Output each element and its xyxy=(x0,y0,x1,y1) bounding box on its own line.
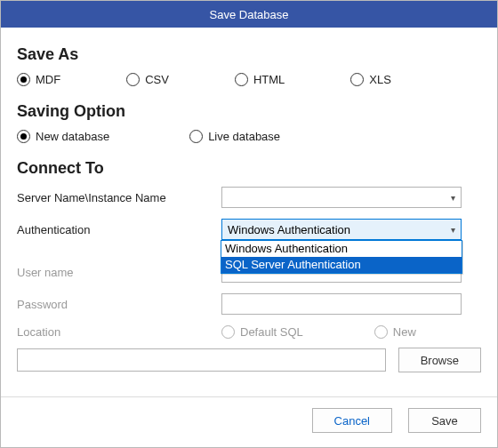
password-input[interactable] xyxy=(221,293,462,315)
radio-location-default[interactable]: Default SQL xyxy=(221,325,303,339)
save-database-dialog: Save Database Save As MDF CSV HTML XLS S… xyxy=(0,0,498,448)
save-as-group: MDF CSV HTML XLS xyxy=(17,73,481,86)
username-label: User name xyxy=(17,266,221,279)
connect-to-heading: Connect To xyxy=(17,159,481,178)
dialog-footer: Cancel Save xyxy=(1,396,497,447)
location-path-input[interactable] xyxy=(17,348,386,372)
auth-option-windows[interactable]: Windows Authentication xyxy=(221,241,462,257)
option-label: Windows Authentication xyxy=(225,242,348,255)
radio-icon xyxy=(17,73,30,86)
dialog-title: Save Database xyxy=(210,8,289,21)
radio-label: CSV xyxy=(145,73,169,86)
server-name-combo[interactable]: ▾ xyxy=(221,187,462,208)
saving-option-heading: Saving Option xyxy=(17,102,481,121)
authentication-combo[interactable]: Windows Authentication ▾ xyxy=(221,219,462,240)
radio-live-database[interactable]: Live database xyxy=(189,130,280,143)
radio-label: Live database xyxy=(208,130,280,143)
radio-label: XLS xyxy=(369,73,391,86)
save-button[interactable]: Save xyxy=(408,408,481,433)
save-as-heading: Save As xyxy=(17,45,481,64)
radio-html[interactable]: HTML xyxy=(235,73,285,86)
radio-xls[interactable]: XLS xyxy=(350,73,391,86)
button-label: Cancel xyxy=(334,414,370,428)
radio-icon xyxy=(17,130,30,143)
password-label: Password xyxy=(17,298,221,311)
radio-icon xyxy=(350,73,364,86)
browse-button[interactable]: Browse xyxy=(398,348,481,372)
server-name-label: Server Name\Instance Name xyxy=(17,191,221,204)
radio-new-database[interactable]: New database xyxy=(17,130,109,143)
radio-csv[interactable]: CSV xyxy=(126,73,169,86)
radio-label: New xyxy=(393,325,416,339)
chevron-down-icon: ▾ xyxy=(451,225,455,235)
authentication-dropdown: Windows Authentication SQL Server Authen… xyxy=(221,240,462,274)
radio-label: MDF xyxy=(36,73,60,86)
radio-icon xyxy=(235,73,248,86)
authentication-value: Windows Authentication xyxy=(228,223,350,236)
option-label: SQL Server Authentication xyxy=(225,258,361,271)
button-label: Save xyxy=(431,414,458,428)
button-label: Browse xyxy=(421,354,459,367)
cancel-button[interactable]: Cancel xyxy=(312,408,392,433)
auth-option-sql[interactable]: SQL Server Authentication xyxy=(221,257,462,273)
radio-mdf[interactable]: MDF xyxy=(17,73,60,86)
dialog-body: Save As MDF CSV HTML XLS Saving Option xyxy=(1,28,497,396)
radio-icon xyxy=(374,325,388,339)
radio-icon xyxy=(221,325,235,339)
chevron-down-icon: ▾ xyxy=(451,193,455,203)
location-label: Location xyxy=(17,325,221,339)
title-bar: Save Database xyxy=(1,1,497,28)
radio-label: HTML xyxy=(253,73,285,86)
authentication-label: Authentication xyxy=(17,223,221,236)
saving-option-group: New database Live database xyxy=(17,130,481,143)
radio-location-new[interactable]: New xyxy=(374,325,416,339)
radio-label: New database xyxy=(36,130,109,143)
radio-icon xyxy=(189,130,203,143)
radio-label: Default SQL xyxy=(240,325,303,339)
radio-icon xyxy=(126,73,140,86)
